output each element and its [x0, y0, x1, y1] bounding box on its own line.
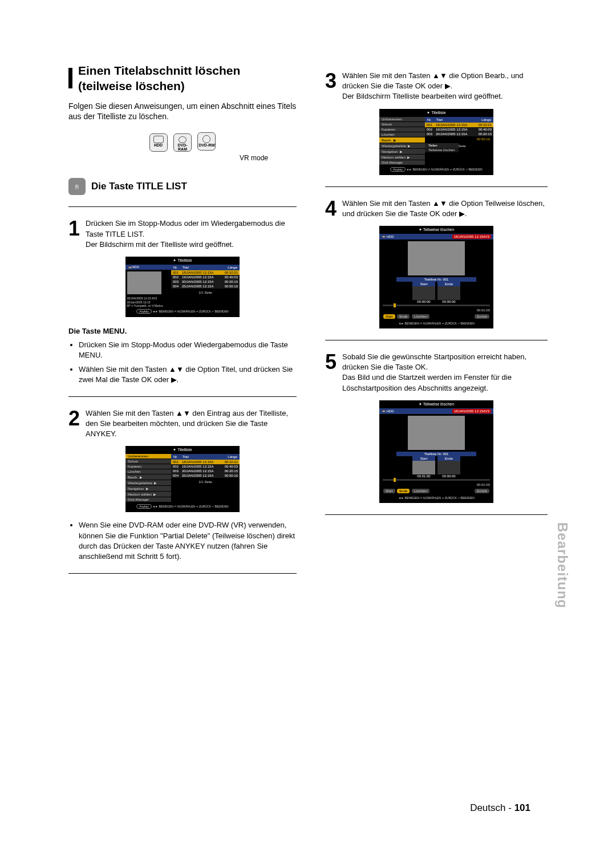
- titlelist-button-icon: ⎘: [68, 178, 86, 195]
- step-4-text: Wählen Sie mit den Tasten ▲▼ die Option …: [342, 198, 548, 219]
- step-1: 1 Drücken Sie im Stopp-Modus oder im Wie…: [68, 218, 297, 250]
- left-column: Einen Titelabschnitt löschen (teilweise …: [68, 63, 297, 585]
- bullet-bottom: Wenn Sie eine DVD-RAM oder eine DVD-RW (…: [79, 520, 297, 562]
- step-1-number: 1: [68, 218, 86, 250]
- divider: [325, 186, 548, 187]
- step-2-number: 2: [68, 408, 86, 440]
- step-5: 5 Sobald Sie die gewünschte Startpositio…: [325, 352, 548, 393]
- dvd-rw-label: DVD-RW: [198, 143, 215, 147]
- section-title: Einen Titelabschnitt löschen (teilweise …: [68, 63, 297, 94]
- step-3: 3 Wählen Sie mit den Tasten ▲▼ die Optio…: [325, 71, 548, 102]
- section-tab: Bearbeitung: [554, 522, 570, 608]
- page-footer: Deutsch - 101: [470, 802, 530, 814]
- hdd-label: HDD: [154, 143, 163, 147]
- step-5-number: 5: [325, 352, 342, 393]
- right-column: 3 Wählen Sie mit den Tasten ▲▼ die Optio…: [325, 63, 548, 585]
- step-2-text: Wählen Sie mit den Tasten ▲▼ den Eintrag…: [86, 408, 297, 440]
- dvd-ram-label: DVD-RAM: [174, 143, 191, 151]
- footer-lang: Deutsch -: [470, 802, 514, 813]
- disc-icons: HDD DVD-RAM DVD-RW: [68, 132, 297, 152]
- bullet-bottom-list: Wenn Sie eine DVD-RAM oder eine DVD-RW (…: [68, 520, 297, 562]
- section-title-text: Einen Titelabschnitt löschen (teilweise …: [78, 63, 297, 94]
- divider: [68, 573, 297, 574]
- subheading-row: ⎘ Die Taste TITLE LIST: [68, 178, 297, 195]
- preview-thumb: [127, 271, 161, 294]
- step-5-text: Sobald Sie die gewünschte Startposition …: [342, 352, 548, 393]
- osd-bearb-submenu: ✦ Titelliste Umbenennen Schutz Kopieren …: [379, 109, 493, 175]
- bullet-1: Drücken Sie im Stopp-Modus oder Wiederga…: [79, 340, 297, 360]
- hdd-icon: HDD: [149, 133, 168, 152]
- step-4: 4 Wählen Sie mit den Tasten ▲▼ die Optio…: [325, 198, 548, 219]
- menu-heading: Die Taste MENU.: [68, 326, 297, 336]
- intro-text: Folgen Sie diesen Anweisungen, um einen …: [68, 101, 297, 123]
- bullet-2: Wählen Sie mit den Tasten ▲▼ die Option …: [79, 364, 297, 385]
- osd-titelliste-1: ✦ Titelliste 📼 HDD 18/JAN/2005 12:15 AV3…: [125, 257, 240, 317]
- vr-mode-caption: VR mode: [68, 154, 268, 162]
- title-bar: [68, 68, 72, 88]
- step-3-text: Wählen Sie mit den Tasten ▲▼ die Option …: [342, 71, 548, 102]
- subheading-text: Die Taste TITLE LIST: [91, 181, 187, 192]
- context-menu: Umbenennen Schutz Kopieren Löschen Bearb…: [125, 454, 171, 502]
- step-1-text: Drücken Sie im Stopp-Modus oder im Wiede…: [86, 218, 297, 250]
- dvd-ram-icon: DVD-RAM: [173, 133, 192, 152]
- preview-area: [408, 416, 465, 450]
- osd-titelliste-menu: ✦ Titelliste Umbenennen Schutz Kopieren …: [125, 446, 240, 512]
- dvd-rw-icon: DVD-RW: [197, 132, 216, 151]
- divider: [325, 514, 548, 515]
- divider: [325, 340, 548, 340]
- osd-partial-delete-2: ✦ Teilweise löschen 📼 HDD18/JAN/2005 12:…: [379, 400, 493, 503]
- divider: [68, 396, 297, 397]
- menu-instructions: Die Taste MENU. Drücken Sie im Stopp-Mod…: [68, 326, 297, 385]
- footer-page: 101: [514, 802, 530, 813]
- step-4-number: 4: [325, 198, 342, 219]
- step-2: 2 Wählen Sie mit den Tasten ▲▼ den Eintr…: [68, 408, 297, 440]
- divider: [68, 206, 297, 207]
- step-3-number: 3: [325, 71, 342, 102]
- preview-area: [408, 241, 465, 275]
- manual-page: Einen Titelabschnitt löschen (teilweise …: [0, 0, 616, 848]
- osd-partial-delete-1: ✦ Teilweise löschen 📼 HDD18/JAN/2005 12:…: [379, 226, 493, 328]
